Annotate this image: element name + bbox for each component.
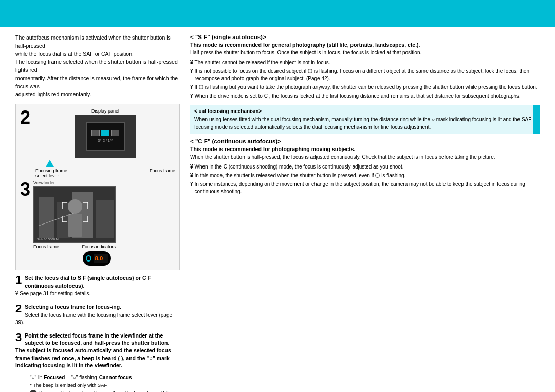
cf-title: < "C F" (continuous autofocus)> [190, 138, 540, 144]
step-1-number: 1 [15, 274, 22, 286]
flashing-value: Cannot focus [99, 375, 132, 380]
step-1: 1 Set the focus dial to S F (single auto… [15, 274, 180, 298]
step-3: 3 Point the selected focus frame in the … [15, 332, 180, 369]
intro-text: The autofocus mechanism is activated whe… [15, 34, 180, 99]
sf-bullet-1-text: The shutter cannot be released if the su… [195, 59, 330, 66]
cyan-accent-bar [533, 105, 540, 135]
cf-bullet-1-text: When in the C (continuous shooting) mode… [195, 163, 404, 171]
step-2-title: Selecting a focus frame for focus-ing. [25, 304, 121, 310]
cf-bullet-3: ¥ In some instances, depending on the mo… [190, 181, 540, 195]
sf-bullets: ¥ The shutter cannot be released if the … [190, 59, 540, 100]
sf-bullet-3: ¥ If is flashing but you want to take th… [190, 84, 540, 91]
svg-text:34 h  60 5000 M: 34 h 60 5000 M [37, 238, 59, 241]
focus-note: * The beep is emitted only with SAF. [30, 382, 180, 388]
sf-bullet-2: ¥ It is not possible to focus on the des… [190, 68, 540, 82]
sf-bullet-4: ¥ When the drive mode is set to C , the … [190, 92, 540, 100]
step-1-title: Set the focus dial to S F (single autofo… [25, 275, 151, 289]
cf-section: < "C F" (continuous autofocus)> This mod… [190, 138, 540, 195]
svg-point-5 [68, 199, 82, 214]
sf-subtitle: This mode is recommended for general pho… [190, 42, 540, 48]
focus-indicator-row: 8.0 [33, 251, 116, 266]
focus-frame-bottom-label: Focus frame [33, 244, 59, 249]
viewfinder-image: 34 h 60 5000 M [33, 186, 116, 243]
lit-label: "○" lit [30, 375, 42, 380]
intro-line1: The autofocus mechanism is activated whe… [15, 34, 171, 49]
intro-line4: momentarily. After the distance is measu… [15, 75, 178, 89]
focus-legend-flashing: "○" flashing Cannot focus [71, 375, 132, 380]
camera-screen: 3* 2 *1** [86, 122, 125, 151]
black-circle-icon [30, 390, 37, 392]
sf-body: Half-press the shutter button to focus. … [190, 49, 540, 57]
intro-line5: adjusted lights red momentarily. [15, 91, 91, 97]
sf-bullet-1: ¥ The shutter cannot be released if the … [190, 59, 540, 66]
diagram-box: 2 Display panel [15, 104, 180, 270]
step-2-number: 2 [15, 303, 22, 314]
intro-line2: while the focus dial is at the SAF or CA… [15, 51, 134, 57]
focus-indicator-box: 8.0 [83, 251, 111, 266]
right-col-inner: < "S F" (single autofocus)> This mode is… [190, 34, 540, 195]
step-3-number: 3 [15, 332, 22, 343]
camera-diagram: 3* 2 *1** [75, 115, 136, 158]
step-3-title: Point the selected focus frame in the vi… [15, 332, 171, 369]
flashing-label: "○" flashing [71, 375, 97, 380]
cam-dots: 3* 2 *1** [98, 138, 113, 143]
note-icon-text: It is possible to make settings without … [39, 390, 169, 392]
cf-bullet-3-text: In some instances, depending on the move… [195, 181, 540, 195]
sf-section: < "S F" (single autofocus)> This mode is… [190, 34, 540, 100]
cf-bullet-1: ¥ When in the C (continuous shooting) mo… [190, 163, 540, 171]
svg-rect-6 [68, 214, 82, 237]
sf-bullet-3-text: If is flashing but you want to take the … [195, 84, 538, 91]
cf-subtitle: This mode is recommended for photographi… [190, 146, 540, 152]
cf-bullets: ¥ When in the C (continuous shooting) mo… [190, 163, 540, 195]
step-2-body: Select the focus frame with the focusing… [15, 312, 180, 327]
focusing-frame-label: Focusing frame select lever [35, 168, 67, 178]
sf-bullet-2-text: It is not possible to focus on the desir… [195, 68, 540, 82]
blue-arrow [46, 160, 54, 167]
svg-text:8.0: 8.0 [95, 255, 103, 262]
cf-bullet-2: ¥ In this mode, the shutter is released … [190, 172, 540, 179]
dual-focus-body: When using lenses fitted with the dual f… [194, 116, 535, 131]
intro-line3: The focusing frame selected when the shu… [15, 59, 178, 73]
left-column: The autofocus mechanism is activated whe… [15, 34, 180, 392]
right-column: < "S F" (single autofocus)> This mode is… [190, 34, 540, 392]
cf-body: When the shutter button is half-pressed,… [190, 154, 540, 161]
focus-legend: "○" lit Focused "○" flashing Cannot focu… [30, 375, 180, 380]
lit-value: Focused [44, 375, 65, 380]
svg-rect-4 [96, 200, 114, 238]
steps-container: 1 Set the focus dial to S F (single auto… [15, 274, 180, 392]
focus-indicators-label: Focus indicators [82, 244, 116, 249]
dual-focus-title: < ual focusing mechanism> [194, 108, 535, 116]
top-bar [0, 0, 555, 27]
focus-legend-lit: "○" lit Focused [30, 375, 65, 380]
diagram-number-2: 2 [20, 108, 30, 127]
step-2: 2 Selecting a focus frame for focus-ing.… [15, 303, 180, 327]
svg-rect-1 [39, 197, 54, 238]
diagram-number-3: 3 [20, 180, 30, 199]
viewfinder-label: Viewfinder [33, 180, 116, 185]
cf-bullet-2-text: In this mode, the shutter is released wh… [195, 172, 406, 179]
display-panel-label: Display panel [35, 108, 175, 114]
dual-focus-box: < ual focusing mechanism> When using len… [190, 105, 540, 135]
sf-bullet-4-text: When the drive mode is set to C , the fo… [195, 92, 521, 100]
focus-frame-label: Focus frame [150, 168, 175, 178]
sf-title: < "S F" (single autofocus)> [190, 34, 540, 40]
step-1-note: ¥ See page 31 for setting details. [15, 290, 180, 298]
focus-dot [86, 255, 91, 262]
note-with-icon: It is possible to make settings without … [30, 390, 180, 392]
